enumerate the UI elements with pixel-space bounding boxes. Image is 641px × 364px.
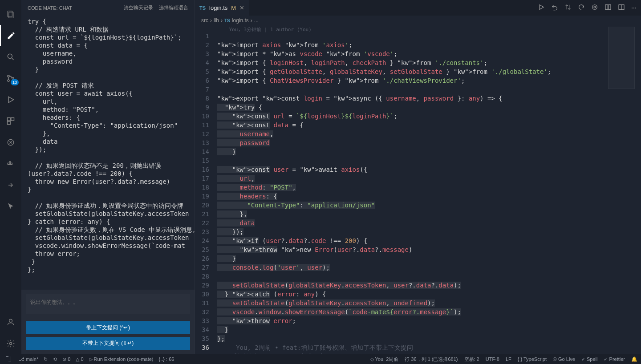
chat-lang-button[interactable]: 选择编程语言 [159,5,188,10]
chat-panel: CODE MATE: CHAT 清空聊天记录 选择编程语言 try { // 构… [21,0,195,354]
status-bell-icon[interactable]: 🔔 [631,356,637,362]
database-icon[interactable] [0,132,21,153]
pointer-icon[interactable] [0,196,21,217]
svg-marker-7 [8,97,14,102]
svg-point-17 [10,343,12,345]
tab-close-icon[interactable]: ✕ [239,4,244,11]
tab-login-ts[interactable]: TS login.ts M ✕ [195,0,249,16]
svg-line-3 [12,58,14,60]
status-errors[interactable]: ⊘ 0 [62,356,70,362]
ask-with-context-button[interactable]: 带上下文提问 (^↵) [26,321,190,334]
extensions-icon[interactable] [0,110,21,132]
editor-actions: ⋯ [538,0,641,16]
editor-area: TS login.ts M ✕ ⋯ src› lib› TS login.ts›… [195,0,641,354]
search-icon[interactable] [0,46,21,68]
source-control-icon[interactable]: 13 [0,68,21,89]
revert-icon[interactable] [578,4,585,12]
svg-rect-15 [9,162,11,163]
run-debug-icon[interactable] [0,89,21,110]
chat-clear-button[interactable]: 清空聊天记录 [124,5,153,10]
chat-input-area: 带上下文提问 (^↵) 不带上下文提问 (⇧↵) [21,290,195,354]
svg-rect-9 [11,118,14,121]
arrow-icon[interactable] [0,174,21,196]
svg-rect-10 [8,121,11,125]
typescript-icon: TS [224,18,230,23]
svg-rect-8 [8,118,11,121]
split-icon[interactable] [604,4,612,12]
svg-point-20 [592,5,597,10]
layout-icon[interactable] [618,4,625,12]
status-spell[interactable]: ✓ Spell [581,356,598,362]
typescript-icon: TS [199,5,206,11]
diff-icon[interactable] [591,4,598,12]
ask-without-context-button[interactable]: 不带上下文提问 (⇧↵) [26,337,190,350]
docker-icon[interactable] [0,153,21,174]
tab-modified-badge: M [231,4,236,11]
status-port-icon[interactable]: ⟲ [53,356,57,362]
svg-marker-18 [540,5,544,10]
status-sync[interactable]: ↻ [44,356,48,362]
svg-rect-21 [605,5,608,10]
crumb-src[interactable]: src [201,17,208,24]
more-icon[interactable]: ⋯ [631,5,637,11]
play-icon[interactable] [538,4,545,12]
crumb-file[interactable]: login.ts [232,17,249,24]
code-area[interactable]: You, 3分钟前 | 1 author (You)"kw">import ax… [217,25,641,354]
status-json[interactable]: {..} : 66 [159,356,174,362]
chat-body: try { // 构造请求 URL 和数据 const url = `${log… [21,16,195,290]
chat-header: CODE MATE: CHAT 清空聊天记录 选择编程语言 [21,0,195,16]
scm-badge: 13 [11,79,19,85]
remote-icon[interactable]: ⎾⏌ [4,356,13,362]
explorer-icon[interactable] [0,4,21,25]
status-warnings[interactable]: △ 0 [76,356,83,362]
settings-gear-icon[interactable] [0,333,21,354]
tab-label: login.ts [209,4,227,11]
breadcrumbs[interactable]: src› lib› TS login.ts› ... [195,16,641,25]
status-eol[interactable]: LF [506,356,511,362]
chat-title: CODE MATE: CHAT [28,5,72,11]
chat-code-block: try { // 构造请求 URL 和数据 const url = `${log… [21,17,195,274]
svg-point-2 [8,54,12,58]
svg-point-5 [8,80,9,81]
status-cursor-pos[interactable]: 行 36，列 1 (已选择681) [405,356,458,363]
line-gutter: 1234567891011121314151617181920212223242… [195,25,217,354]
account-icon[interactable] [0,311,21,333]
status-prettier[interactable]: ✓ Prettier [604,356,625,362]
editor-content[interactable]: 1234567891011121314151617181920212223242… [195,25,641,354]
status-language[interactable]: { } TypeScript [518,356,547,362]
status-spaces[interactable]: 空格: 2 [464,356,479,363]
edit-icon[interactable] [0,25,21,46]
status-branch[interactable]: ⎇ main* [19,356,38,362]
svg-point-19 [594,6,596,8]
crumb-lib[interactable]: lib [214,17,219,24]
compare-icon[interactable] [564,4,572,12]
svg-rect-22 [609,5,611,10]
status-encoding[interactable]: UTF-8 [486,356,499,362]
chat-input[interactable] [26,294,190,314]
status-bar: ⎾⏌ ⎇ main* ↻ ⟲ ⊘ 0 △ 0 ▷ Run Extension (… [0,354,641,364]
svg-point-4 [8,75,9,77]
activity-bar: 13 [0,0,21,354]
status-golive[interactable]: ⦾ Go Live [553,356,575,362]
minimap[interactable] [608,27,635,89]
status-run[interactable]: ▷ Run Extension (code-mate) [89,356,154,362]
crumb-more[interactable]: ... [254,17,259,24]
tab-bar: TS login.ts M ✕ ⋯ [195,0,641,16]
status-blame[interactable]: ◇ You, 2周前 [370,356,399,363]
svg-point-16 [9,319,12,322]
undo-icon[interactable] [551,4,558,12]
